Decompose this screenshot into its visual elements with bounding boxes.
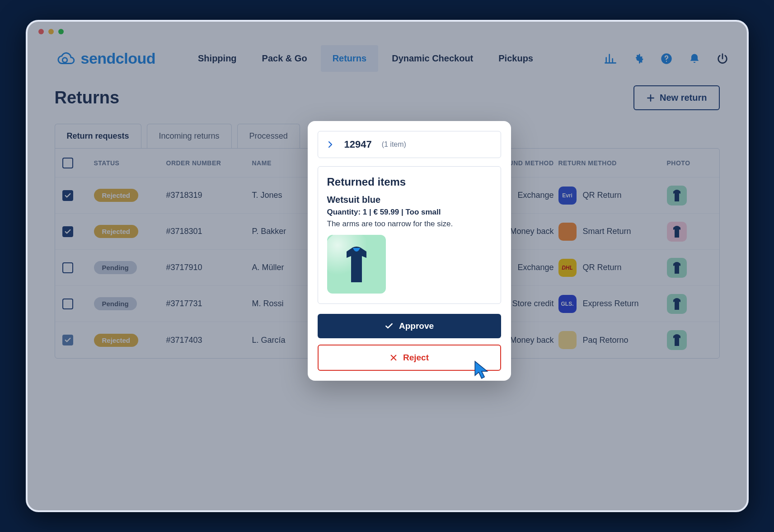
nav-dynamic-checkout[interactable]: Dynamic Checkout [380,45,485,72]
carrier-logo: GLS. [558,295,577,313]
return-method-label: Smart Return [583,227,631,236]
approve-button[interactable]: Approve [318,314,501,338]
reject-label: Reject [403,353,429,363]
photo-thumbnail[interactable] [667,330,687,350]
carrier-logo [558,223,577,241]
carrier-logo: DHL [558,259,577,277]
status-badge: Pending [94,261,137,274]
main-nav: ShippingPack & GoReturnsDynamic Checkout… [186,45,545,72]
order-expand-row[interactable]: 12947 (1 item) [318,131,501,158]
return-method-cell: Paq Retorno [558,331,667,349]
nav-pack-go[interactable]: Pack & Go [250,45,319,72]
analytics-icon[interactable] [604,52,617,65]
order-number: #3717403 [166,336,252,345]
status-badge: Rejected [94,189,139,202]
col-return-method: RETURN METHOD [558,159,667,167]
order-number: #3718319 [166,191,252,200]
window-maximize-dot[interactable] [58,29,64,34]
row-checkbox[interactable] [62,190,73,201]
help-icon[interactable] [660,52,673,65]
app-header: sendcloud ShippingPack & GoReturnsDynami… [28,38,747,81]
close-icon [389,354,398,362]
product-meta: Quantity: 1 | € 59.99 | Too small [327,208,492,217]
cloud-icon [55,50,76,68]
return-method-cell: EvriQR Return [558,187,667,205]
photo-thumbnail[interactable] [667,222,687,242]
status-badge: Rejected [94,225,139,238]
row-checkbox[interactable] [62,335,73,345]
tab-return-requests[interactable]: Return requests [55,124,141,148]
gear-icon[interactable] [632,52,645,65]
header-actions [604,52,729,65]
status-badge: Rejected [94,334,139,347]
return-method-label: Paq Retorno [583,336,629,345]
nav-pickups[interactable]: Pickups [487,45,545,72]
modal-item-count: (1 item) [382,140,406,149]
carrier-logo: Evri [558,187,577,205]
modal-order-number: 12947 [344,139,372,150]
carrier-logo [558,331,577,349]
return-method-cell: DHLQR Return [558,259,667,277]
return-method-cell: GLS.Express Return [558,295,667,313]
new-return-button[interactable]: New return [633,85,719,110]
col-status: STATUS [94,159,166,167]
window-titlebar [28,22,747,38]
tab-incoming-returns[interactable]: Incoming returns [147,124,232,148]
photo-thumbnail[interactable] [667,294,687,314]
order-number: #3718301 [166,227,252,236]
check-icon [385,322,394,331]
returned-items-box: Returned items Wetsuit blue Quantity: 1 … [318,166,501,304]
order-number: #3717910 [166,263,252,272]
svg-point-0 [62,57,67,62]
brand-name: sendcloud [81,50,156,67]
order-number: #3717731 [166,299,252,308]
page-title: Returns [55,88,120,107]
return-method-label: QR Return [583,191,622,200]
product-name: Wetsuit blue [327,195,492,205]
approve-label: Approve [399,321,434,331]
new-return-label: New return [660,93,707,103]
returned-items-title: Returned items [327,176,492,188]
brand-logo[interactable]: sendcloud [55,50,156,68]
wetsuit-icon [340,244,373,285]
photo-thumbnail[interactable] [667,258,687,278]
product-note: The arms are too narrow for the size. [327,219,492,229]
nav-returns[interactable]: Returns [321,45,379,72]
bell-icon[interactable] [688,52,701,65]
product-thumbnail [327,235,386,294]
select-all-checkbox[interactable] [62,158,73,168]
return-method-label: Express Return [583,299,639,308]
chevron-right-icon [326,140,334,149]
app-window: sendcloud ShippingPack & GoReturnsDynami… [26,20,749,512]
col-photo: PHOTO [667,159,712,167]
window-minimize-dot[interactable] [48,29,54,34]
row-checkbox[interactable] [62,299,73,309]
col-order-number: ORDER NUMBER [166,159,252,167]
return-detail-modal: 12947 (1 item) Returned items Wetsuit bl… [308,121,511,381]
return-method-cell: Smart Return [558,223,667,241]
nav-shipping[interactable]: Shipping [186,45,249,72]
return-method-label: QR Return [583,263,622,272]
photo-thumbnail[interactable] [667,186,687,205]
reject-button[interactable]: Reject [318,345,501,371]
row-checkbox[interactable] [62,262,73,273]
status-badge: Pending [94,297,137,310]
plus-icon [646,93,655,103]
window-close-dot[interactable] [38,29,44,34]
power-icon[interactable] [716,52,729,65]
row-checkbox[interactable] [62,226,73,237]
tab-processed[interactable]: Processed [237,124,300,148]
